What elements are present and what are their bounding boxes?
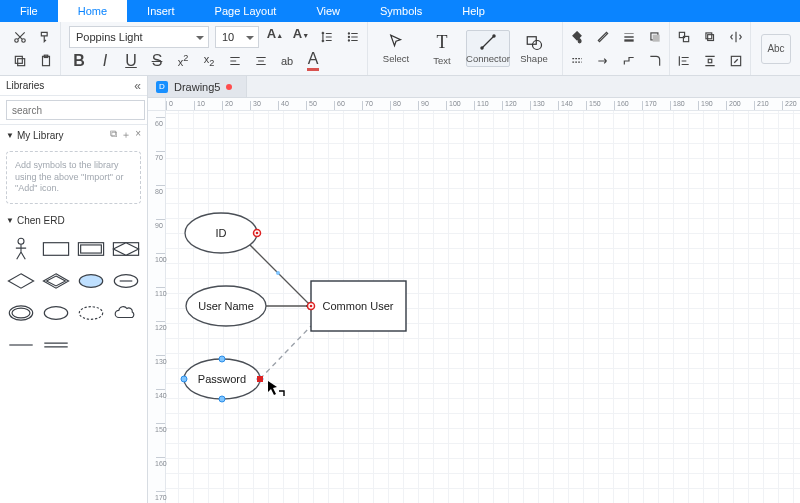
erd-attribute-id-label: ID [216, 227, 227, 239]
library-import-icon[interactable]: ⧉ [110, 128, 117, 142]
sidebar-collapse-button[interactable]: « [134, 79, 141, 93]
erd-attribute-username-label: User Name [198, 300, 254, 312]
shape-tool[interactable]: Shape [512, 31, 556, 66]
svg-point-22 [18, 238, 24, 244]
format-painter-icon[interactable] [36, 27, 56, 47]
menu-symbols[interactable]: Symbols [360, 0, 442, 22]
menu-page-layout[interactable]: Page Layout [195, 0, 297, 22]
align-button[interactable] [674, 51, 694, 71]
shape-associative-entity[interactable] [112, 236, 141, 262]
annotation-button[interactable]: Abc [761, 34, 791, 64]
canvas-svg[interactable]: Common User ID User Name Password [166, 111, 800, 503]
menu-insert[interactable]: Insert [127, 0, 195, 22]
align-left-button[interactable] [225, 51, 245, 71]
svg-rect-3 [15, 56, 22, 63]
bullets-button[interactable] [343, 27, 363, 47]
connector-tool[interactable]: Connector [466, 30, 510, 67]
align-center-button[interactable] [251, 51, 271, 71]
shape-entity[interactable] [41, 236, 70, 262]
library-add-icon[interactable]: ＋ [121, 128, 131, 142]
bring-front-button[interactable] [700, 27, 720, 47]
group-button[interactable] [674, 27, 694, 47]
svg-point-6 [348, 32, 349, 33]
shape-double-line[interactable] [41, 332, 70, 358]
svg-line-35 [260, 326, 311, 379]
line-weight-button[interactable] [619, 27, 639, 47]
canvas-area: D Drawing5 01020304050607080901001101201… [148, 76, 800, 503]
copy-icon[interactable] [10, 51, 30, 71]
shape-cloud[interactable] [112, 300, 141, 326]
connection-endpoint-icon[interactable] [257, 376, 263, 382]
shape-multi-attribute[interactable] [6, 300, 35, 326]
size-button[interactable] [726, 51, 746, 71]
svg-point-12 [533, 41, 542, 50]
fill-color-button[interactable] [567, 27, 587, 47]
shape-line[interactable] [6, 332, 35, 358]
cut-icon[interactable] [10, 27, 30, 47]
char-spacing-button[interactable]: ab [277, 51, 297, 71]
flip-button[interactable] [726, 27, 746, 47]
select-tool-label: Select [383, 53, 409, 64]
mylibrary-header[interactable]: ▼ My Library ⧉ ＋ × [0, 125, 147, 145]
shape-attribute[interactable] [77, 268, 106, 294]
distribute-button[interactable] [700, 51, 720, 71]
chevron-down-icon: ▼ [6, 216, 14, 225]
sidebar-title: Libraries [6, 80, 44, 91]
cursor-icon [268, 381, 284, 396]
svg-point-7 [348, 36, 349, 37]
shape-weak-relationship[interactable] [41, 268, 70, 294]
document-tab[interactable]: D Drawing5 [148, 76, 247, 97]
svg-point-32 [79, 307, 102, 320]
shape-key-attribute[interactable] [112, 268, 141, 294]
shape-relationship[interactable] [6, 268, 35, 294]
line-color-button[interactable] [593, 27, 613, 47]
grow-font-button[interactable]: A▲ [265, 27, 285, 47]
paste-icon[interactable] [36, 51, 56, 71]
superscript-button[interactable]: x2 [173, 51, 193, 71]
underline-button[interactable]: U [121, 51, 141, 71]
ribbon-arrange-group [670, 22, 751, 75]
shape-weak-entity[interactable] [77, 236, 106, 262]
subscript-button[interactable]: x2 [199, 51, 219, 71]
line-style-button[interactable] [567, 51, 587, 71]
shape-actor[interactable] [6, 236, 35, 262]
ribbon-tools-group: Select T Text Connector Shape [368, 22, 563, 75]
menu-help[interactable]: Help [442, 0, 505, 22]
chen-erd-shapes [0, 230, 147, 364]
chen-erd-header[interactable]: ▼ Chen ERD [0, 210, 147, 230]
menu-file[interactable]: File [0, 0, 58, 22]
line-spacing-button[interactable] [317, 27, 337, 47]
menu-view[interactable]: View [296, 0, 360, 22]
bold-button[interactable]: B [69, 51, 89, 71]
text-tool[interactable]: T Text [420, 30, 464, 68]
library-close-icon[interactable]: × [135, 128, 141, 142]
menu-home[interactable]: Home [58, 0, 127, 22]
svg-point-9 [481, 47, 483, 49]
search-input[interactable] [6, 100, 145, 120]
shadow-button[interactable] [645, 27, 665, 47]
text-tool-label: Text [433, 55, 450, 66]
sidebar: Libraries « ▼ My Library ⧉ ＋ × Add symbo… [0, 76, 148, 503]
svg-point-8 [348, 39, 349, 40]
svg-rect-23 [43, 243, 68, 256]
font-color-button[interactable]: A [303, 51, 323, 71]
arrow-style-button[interactable] [593, 51, 613, 71]
font-size-combo[interactable]: 10 [215, 26, 259, 48]
svg-point-0 [15, 38, 19, 42]
mylibrary-hint: Add symbols to the library using the abo… [6, 151, 141, 204]
italic-button[interactable]: I [95, 51, 115, 71]
document-icon: D [156, 81, 168, 93]
corner-radius-button[interactable] [645, 51, 665, 71]
svg-rect-14 [653, 34, 660, 41]
shape-attribute-2[interactable] [41, 300, 70, 326]
strikethrough-button[interactable]: S [147, 51, 167, 71]
svg-point-30 [12, 308, 30, 318]
connector-style-button[interactable] [619, 51, 639, 71]
shape-derived-attribute[interactable] [77, 300, 106, 326]
canvas-stage[interactable]: 0102030405060708090100110120130140150160… [148, 98, 800, 503]
font-family-combo[interactable]: Poppins Light [69, 26, 209, 48]
shrink-font-button[interactable]: A▼ [291, 27, 311, 47]
svg-point-27 [79, 275, 102, 288]
select-tool[interactable]: Select [374, 31, 418, 66]
svg-rect-25 [81, 245, 102, 253]
